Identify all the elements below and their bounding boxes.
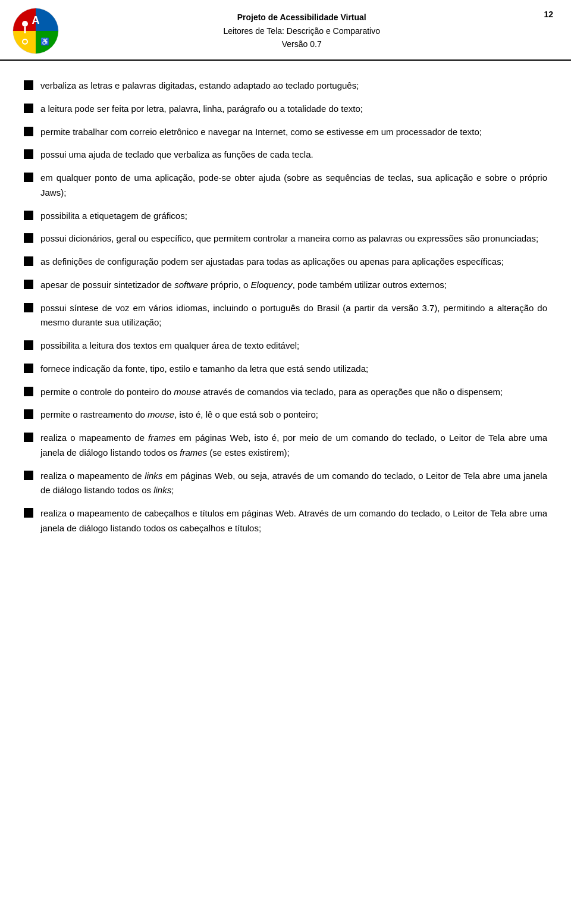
svg-text:A: A xyxy=(32,14,40,26)
bullet-text: possui uma ajuda de teclado que verbaliz… xyxy=(40,148,547,162)
bullet-text: possui síntese de voz em vários idiomas,… xyxy=(40,301,547,331)
bullet-icon xyxy=(24,149,33,159)
bullet-text: as definições de configuração podem ser … xyxy=(40,255,547,270)
bullet-text: em qualquer ponto de uma aplicação, pode… xyxy=(40,171,547,201)
project-subtitle: Leitores de Tela: Descrição e Comparativ… xyxy=(59,24,544,37)
list-item: permite o rastreamento do mouse, isto é,… xyxy=(24,408,547,422)
list-item: as definições de configuração podem ser … xyxy=(24,255,547,270)
bullet-text: realiza o mapeamento de frames em página… xyxy=(40,431,547,461)
list-item: permite o controle do ponteiro do mouse … xyxy=(24,385,547,400)
page-container: A ♿ Projeto de Acessibilidade Virtual Le… xyxy=(0,0,571,924)
header-title: Projeto de Acessibilidade Virtual Leitor… xyxy=(59,11,544,51)
list-item: em qualquer ponto de uma aplicação, pode… xyxy=(24,171,547,201)
list-item: possui dicionários, geral ou específico,… xyxy=(24,231,547,246)
bullet-icon xyxy=(24,471,33,480)
bullet-icon xyxy=(24,364,33,373)
bullet-text: permite o controle do ponteiro do mouse … xyxy=(40,385,547,400)
list-item: realiza o mapeamento de frames em página… xyxy=(24,431,547,461)
project-title: Projeto de Acessibilidade Virtual xyxy=(59,11,544,24)
list-item: realiza o mapeamento de cabeçalhos e tít… xyxy=(24,506,547,536)
bullet-icon xyxy=(24,127,33,136)
bullet-icon xyxy=(24,340,33,350)
bullet-text: realiza o mapeamento de cabeçalhos e tít… xyxy=(40,506,547,536)
bullet-text: possibilita a etiquetagem de gráficos; xyxy=(40,209,547,224)
bullet-icon xyxy=(24,387,33,396)
bullet-icon xyxy=(24,233,33,243)
svg-text:♿: ♿ xyxy=(40,37,49,46)
list-item: possui síntese de voz em vários idiomas,… xyxy=(24,301,547,331)
bullet-text: verbaliza as letras e palavras digitadas… xyxy=(40,79,547,93)
project-version: Versão 0.7 xyxy=(59,37,544,51)
list-item: possibilita a leitura dos textos em qual… xyxy=(24,339,547,353)
bullet-icon xyxy=(24,256,33,266)
bullet-text: a leitura pode ser feita por letra, pala… xyxy=(40,102,547,117)
list-item: possibilita a etiquetagem de gráficos; xyxy=(24,209,547,224)
bullet-icon xyxy=(24,508,33,518)
bullet-icon xyxy=(24,303,33,312)
list-item: apesar de possuir sintetizador de softwa… xyxy=(24,278,547,293)
feature-list: verbaliza as letras e palavras digitadas… xyxy=(24,79,547,536)
bullet-text: permite trabalhar com correio eletrônico… xyxy=(40,125,547,140)
bullet-text: possui dicionários, geral ou específico,… xyxy=(40,231,547,246)
page-header: A ♿ Projeto de Acessibilidade Virtual Le… xyxy=(0,0,571,61)
bullet-text: realiza o mapeamento de links em páginas… xyxy=(40,469,547,499)
bullet-icon xyxy=(24,280,33,289)
bullet-text: permite o rastreamento do mouse, isto é,… xyxy=(40,408,547,422)
list-item: a leitura pode ser feita por letra, pala… xyxy=(24,102,547,117)
bullet-icon xyxy=(24,433,33,442)
bullet-text: fornece indicação da fonte, tipo, estilo… xyxy=(40,362,547,377)
bullet-icon xyxy=(24,80,33,90)
bullet-text: apesar de possuir sintetizador de softwa… xyxy=(40,278,547,293)
list-item: verbaliza as letras e palavras digitadas… xyxy=(24,79,547,93)
page-number: 12 xyxy=(544,7,553,19)
bullet-icon xyxy=(24,409,33,419)
bullet-icon xyxy=(24,173,33,182)
list-item: realiza o mapeamento de links em páginas… xyxy=(24,469,547,499)
list-item: permite trabalhar com correio eletrônico… xyxy=(24,125,547,140)
logo: A ♿ xyxy=(12,7,59,55)
list-item: fornece indicação da fonte, tipo, estilo… xyxy=(24,362,547,377)
bullet-icon xyxy=(24,104,33,113)
bullet-text: possibilita a leitura dos textos em qual… xyxy=(40,339,547,353)
svg-point-2 xyxy=(22,21,28,27)
bullet-icon xyxy=(24,211,33,220)
list-item: possui uma ajuda de teclado que verbaliz… xyxy=(24,148,547,162)
main-content: verbaliza as letras e palavras digitadas… xyxy=(0,61,571,562)
